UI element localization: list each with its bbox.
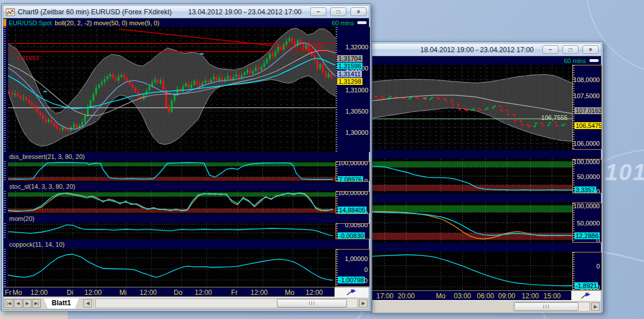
chart-window-right: 18.04.2012 19:00 - 23.04.2012 17:00 – □ … xyxy=(370,41,603,313)
axis-value-tag: 12,2886 xyxy=(574,232,600,239)
right-window-titlebar[interactable]: 18.04.2012 19:00 - 23.04.2012 17:00 – □ … xyxy=(372,43,601,56)
axis-tick-label: 100,0000 xyxy=(573,203,600,209)
taskbar-fragment xyxy=(0,312,68,319)
axis-tick-label: 0 xyxy=(596,263,600,270)
right-chart-header: 60 mins xyxy=(372,56,601,65)
time-label: 06:00 xyxy=(477,292,494,300)
sheet-nav-prev-button[interactable]: ◀ xyxy=(14,299,22,308)
left-chart-header: EUR/USD Spot boll(20, 2, -2) move(50, 0)… xyxy=(3,18,369,27)
axis-value-tag: 1,31704 xyxy=(337,55,363,62)
axis-value-tag: -0,00830 xyxy=(338,232,365,239)
right-price-axis: 108,0000107,5000106,0000107,0163106,5475 xyxy=(572,65,602,150)
right-indicator1-chart[interactable] xyxy=(372,159,572,193)
chart-cursor-flag-icon[interactable] xyxy=(346,288,358,296)
minimize-button[interactable]: – xyxy=(542,45,558,54)
time-label: 17:00 xyxy=(376,292,394,300)
axis-tick-label: 107,5000 xyxy=(573,92,600,99)
axis-tick-label: 50,0000 xyxy=(577,220,600,227)
axis-tick-label: 50,0000 xyxy=(577,173,600,180)
right-indicator2-axis: 100,000050,0000012,2886 xyxy=(572,203,602,243)
axis-tick-label: 1,31000 xyxy=(345,87,368,94)
axis-tick-label: 0,00500 xyxy=(345,223,368,228)
left-window-titlebar[interactable]: Chart9 (Zeitbar 60 min) EURUSD (Forex FX… xyxy=(3,5,369,18)
right-indicator1-axis: 100,000050,000003,3357 xyxy=(572,159,602,193)
right-indicator-header xyxy=(372,193,601,203)
scrollbar-thumb[interactable] xyxy=(514,302,579,311)
left-window-date-range: 13.04.2012 19:00 - 23.04.2012 17:00 xyxy=(188,8,302,16)
axis-value-tag: 1,31411 xyxy=(337,71,362,77)
time-label: Fr xyxy=(231,289,237,297)
axis-value-tag: 106,5475 xyxy=(574,122,602,129)
axis-value-tag: -1,00798 xyxy=(338,277,365,283)
axis-value-tag: 14,88405 xyxy=(338,207,367,213)
right-indicator-header xyxy=(372,150,601,159)
dss-panel-header: dss_bressert(21, 3, 80, 20) xyxy=(3,152,369,161)
right-price-chart[interactable] xyxy=(372,65,572,150)
time-label: 03:00 xyxy=(454,292,471,300)
right-timeframe-label: 60 mins xyxy=(564,57,586,64)
close-button[interactable]: × xyxy=(583,45,599,54)
maximize-button[interactable]: □ xyxy=(562,45,579,54)
dss-indicator-chart[interactable] xyxy=(8,161,336,182)
sheet-nav-last-button[interactable]: ▶| xyxy=(32,299,41,308)
left-ruler xyxy=(3,191,8,214)
left-horizontal-scrollbar[interactable] xyxy=(95,298,358,308)
scroll-right-button[interactable]: ▶ xyxy=(591,302,600,311)
time-label: 12:00 xyxy=(84,289,102,297)
series-color-marker xyxy=(3,19,6,26)
indicator-params-label: boll(20, 2, -2) move(50, 0) move(9, 0) xyxy=(55,20,159,26)
dss-panel-label: dss_bressert(21, 3, 80, 20) xyxy=(9,153,84,160)
left-time-axis: FrMo12:00Di12:00Mi12:00Do12:00Fr12:00Mo1… xyxy=(3,287,334,297)
axis-tick-label: 0 xyxy=(364,178,368,182)
axis-value-tag: 107,0163 xyxy=(574,107,602,114)
coppock-indicator-chart[interactable] xyxy=(8,249,336,287)
axis-value-tag: 1,31298 xyxy=(337,78,363,85)
maximize-button[interactable]: □ xyxy=(330,7,346,16)
axis-tick-label: 1,30000 xyxy=(345,129,368,136)
left-timeframe-label: 60 mins xyxy=(331,20,354,26)
time-label: Do xyxy=(173,289,182,297)
time-label: Mo xyxy=(13,289,22,297)
left-ruler xyxy=(3,27,8,152)
splitter-handle[interactable] xyxy=(357,21,367,24)
time-label: Mo xyxy=(436,292,446,300)
time-label: 12:00 xyxy=(195,289,212,297)
window-icon xyxy=(6,8,15,16)
axis-value-tag: 3,3357 xyxy=(574,186,596,193)
wallpaper-watermark: 101 xyxy=(605,160,644,185)
time-label: 20:00 xyxy=(398,292,415,300)
sheet-tab-blatt1[interactable]: Blatt1 xyxy=(44,298,79,309)
right-window-date-range: 18.04.2012 19:00 - 23.04.2012 17:00 xyxy=(420,46,534,54)
time-label: 12:00 xyxy=(30,289,48,297)
time-label: 12:00 xyxy=(250,289,268,297)
right-time-axis: 17:0020:00Mo03:0006:0009:0012:0015:00 xyxy=(372,291,571,300)
sheet-nav-next-button[interactable]: ▶ xyxy=(23,299,32,308)
left-window-title: Chart9 (Zeitbar 60 min) EURUSD (Forex FX… xyxy=(18,8,172,16)
stoc-indicator-chart[interactable] xyxy=(8,191,336,214)
splitter-handle[interactable] xyxy=(589,59,599,62)
stoc-axis: 100,00000014,88405 xyxy=(336,191,370,214)
axis-value-tag: 7,08976 xyxy=(338,176,363,182)
axis-value-tag: 1,31596 xyxy=(337,63,363,69)
time-label: Fr xyxy=(5,289,11,297)
main-price-chart[interactable] xyxy=(8,27,336,152)
right-indicator2-chart[interactable] xyxy=(372,203,572,243)
close-button[interactable]: × xyxy=(350,7,367,16)
minimize-button[interactable]: – xyxy=(310,7,326,16)
axis-tick-label: 0 xyxy=(596,188,600,193)
axis-tick-label: 108,0000 xyxy=(573,76,600,83)
sheet-nav-first-button[interactable]: |◀ xyxy=(5,299,13,308)
time-label: Di xyxy=(67,289,73,297)
main-price-axis: 1,320001,315001,310001,305001,300001,317… xyxy=(336,27,370,152)
right-indicator3-chart[interactable] xyxy=(372,252,572,290)
scrollbar-thumb[interactable] xyxy=(277,299,347,308)
scroll-right-button[interactable]: ▶ xyxy=(359,299,368,308)
time-label: 09:00 xyxy=(498,292,515,300)
time-label: Mi xyxy=(119,289,127,297)
mom-indicator-chart[interactable] xyxy=(8,223,336,239)
time-label: 15:00 xyxy=(543,292,561,300)
chart-cursor-flag-icon[interactable] xyxy=(580,291,593,299)
axis-tick-label: 1,00000 xyxy=(345,255,368,262)
right-horizontal-scrollbar[interactable] xyxy=(513,302,590,312)
scroll-left-button[interactable]: ◀ xyxy=(83,299,92,308)
